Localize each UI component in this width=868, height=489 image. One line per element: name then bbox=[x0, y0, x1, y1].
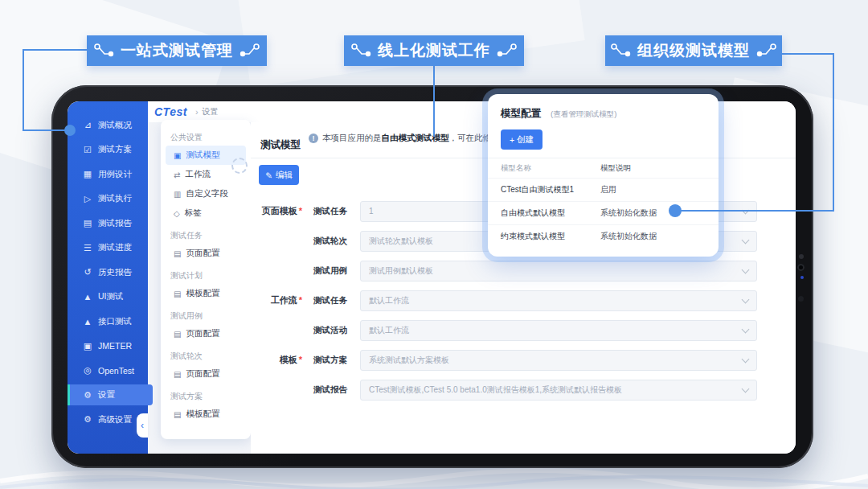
sidebar-item[interactable]: ↺ 历史报告 bbox=[68, 262, 148, 283]
form-row: * 测试报告 CTest测试模板,CTest 5.0 beta1.0测试报告模板… bbox=[256, 375, 786, 405]
settings-nav-item[interactable]: ▥ 自定义字段 bbox=[166, 184, 246, 203]
case-design-icon: ▦ bbox=[82, 169, 93, 179]
sidebar-item[interactable]: ▷ 测试执行 bbox=[68, 188, 148, 209]
form-group-label: 工作流* bbox=[256, 294, 313, 306]
sidebar-item[interactable]: ▣ JMETER bbox=[68, 335, 148, 356]
table-body: CTest自由测试模型1 启用 自由模式默认模型 系统初始化数据 约束模式默认模… bbox=[488, 178, 719, 248]
settings-nav-item[interactable]: ▤ 页面配置 bbox=[166, 324, 246, 343]
settings-nav-item[interactable]: ▤ 页面配置 bbox=[166, 244, 246, 263]
sidebar-item[interactable]: ◎ OpenTest bbox=[68, 360, 148, 381]
nav-section-title: 测试用例 bbox=[170, 310, 251, 323]
form-select[interactable]: 测试用例默认模板 bbox=[360, 261, 757, 281]
chart-trend-icon: ⊿ bbox=[82, 120, 93, 130]
popup-subtitle: (查看管理测试模型) bbox=[551, 109, 616, 120]
info-icon: ! bbox=[309, 134, 318, 143]
form-select[interactable]: 默认工作流 bbox=[360, 290, 757, 311]
sidebar-item[interactable]: ▦ 用例设计 bbox=[68, 164, 148, 185]
progress-lines-icon: ☰ bbox=[82, 243, 93, 253]
chevron-down-icon bbox=[742, 355, 750, 363]
breadcrumb: 设置 bbox=[203, 106, 219, 117]
tablet-sensor-dot bbox=[800, 276, 804, 279]
sidebar-item[interactable]: ▲ UI测试 bbox=[68, 286, 148, 307]
settings-nav-item[interactable]: ▤ 模板配置 bbox=[166, 284, 246, 303]
nav-section-title: 测试方案 bbox=[170, 390, 251, 403]
page-doc-icon: ▤ bbox=[174, 249, 181, 258]
sidebar-item[interactable]: ▤ 测试报告 bbox=[68, 213, 148, 234]
sidebar-item[interactable]: ☰ 测试进度 bbox=[68, 237, 148, 258]
column-header-model-name: 模型名称 bbox=[488, 163, 600, 174]
breadcrumb-separator: › bbox=[195, 107, 199, 117]
sidebar-item[interactable]: ▲ 接口测试 bbox=[68, 311, 148, 332]
circuit-deco-icon bbox=[610, 42, 634, 60]
form-field-label: 测试任务 bbox=[313, 206, 360, 217]
create-button[interactable]: + 创建 bbox=[501, 129, 542, 150]
table-header: 模型名称 模型说明 bbox=[488, 158, 719, 178]
form-group-label: 模板* bbox=[256, 354, 313, 366]
model-table-row[interactable]: CTest自由测试模型1 启用 bbox=[488, 178, 719, 201]
gear-advanced-icon: ⚙ bbox=[82, 414, 93, 425]
chevron-down-icon bbox=[742, 295, 750, 303]
play-doc-icon: ▷ bbox=[82, 194, 93, 204]
circuit-deco-icon bbox=[93, 42, 117, 60]
tag-icon: ◇ bbox=[174, 209, 180, 218]
form-field-label: 测试用例 bbox=[313, 265, 360, 277]
model-note-cell: 启用 bbox=[600, 184, 719, 195]
model-config-popup: 模型配置 (查看管理测试模型) + 创建 模型名称 模型说明 CTest自由测试… bbox=[488, 94, 719, 257]
callout-one-stop-management: 一站式测试管理 bbox=[87, 35, 267, 66]
edit-button[interactable]: ✎ 编辑 bbox=[259, 165, 299, 185]
page-title: 测试模型 bbox=[260, 138, 301, 152]
chevron-down-icon bbox=[742, 236, 750, 244]
form-row: 工作流* 测试任务 默认工作流 bbox=[256, 286, 786, 315]
sidebar-item[interactable]: ⚙ 设置 bbox=[68, 384, 153, 405]
form-field-label: 测试报告 bbox=[313, 384, 360, 396]
form-field-label: 测试轮次 bbox=[313, 236, 360, 247]
form-field-label: 测试方案 bbox=[313, 355, 360, 366]
model-table-row[interactable]: 约束模式默认模型 系统初始化数据 bbox=[488, 224, 719, 248]
chevron-down-icon bbox=[742, 384, 750, 392]
form-select[interactable]: 默认工作流 bbox=[360, 320, 757, 341]
settings-nav-item[interactable]: ▤ 模板配置 bbox=[166, 405, 246, 424]
sidebar-collapse-button[interactable]: ‹ bbox=[137, 413, 148, 438]
plus-icon: + bbox=[510, 135, 514, 145]
form-select[interactable]: CTest测试模板,CTest 5.0 beta1.0测试报告模板1,系统测试默… bbox=[360, 380, 757, 401]
connector-line bbox=[833, 53, 834, 212]
form-row: 模板* 测试方案 系统测试默认方案模板 bbox=[256, 345, 786, 375]
loading-spinner-icon bbox=[231, 158, 248, 174]
nav-section-title: 测试计划 bbox=[170, 269, 251, 282]
chevron-down-icon bbox=[742, 325, 750, 333]
template-doc-icon: ▤ bbox=[174, 410, 181, 419]
circuit-deco-icon bbox=[753, 42, 777, 60]
chevron-left-icon: ‹ bbox=[141, 420, 144, 431]
sidebar-item[interactable]: ⚙ 高级设置 bbox=[68, 409, 148, 430]
callout-online-testing: 线上化测试工作 bbox=[344, 35, 524, 66]
column-header-model-note: 模型说明 bbox=[600, 163, 719, 174]
sidebar-item[interactable]: ☑ 测试方案 bbox=[68, 139, 148, 160]
model-name-cell: 约束模式默认模型 bbox=[488, 231, 600, 242]
form-group-label: 页面模板* bbox=[256, 205, 313, 217]
workflow-doc-icon: ⇄ bbox=[174, 171, 180, 179]
history-icon: ↺ bbox=[82, 267, 93, 277]
sidebar-item[interactable]: ⊿ 测试概况 bbox=[68, 115, 148, 136]
nav-section-title: 公共设置 bbox=[170, 131, 251, 144]
gear-icon: ⚙ bbox=[82, 390, 93, 401]
connector-dot bbox=[64, 125, 76, 136]
ctest-logo: CTest bbox=[154, 105, 187, 118]
connector-dot bbox=[669, 204, 682, 217]
circuit-deco-icon bbox=[493, 42, 518, 60]
connector-line bbox=[782, 53, 834, 55]
settings-nav-item[interactable]: ▤ 页面配置 bbox=[166, 364, 246, 384]
connector-line bbox=[23, 49, 24, 130]
popup-title: 模型配置 bbox=[501, 107, 541, 121]
connector-line bbox=[23, 49, 87, 51]
model-table-row[interactable]: 自由模式默认模型 系统初始化数据 bbox=[488, 201, 719, 224]
settings-nav-item[interactable]: ◇ 标签 bbox=[166, 203, 246, 223]
tablet-camera-dot bbox=[799, 254, 804, 259]
scene: CTest › 设置 ⊿ 测试概况 ☑ 测试方案 ▦ 用例设计 ▷ 测试执行 ▤… bbox=[0, 0, 868, 489]
nav-section-title: 测试任务 bbox=[170, 229, 251, 242]
sidebar: ⊿ 测试概况 ☑ 测试方案 ▦ 用例设计 ▷ 测试执行 ▤ 测试报告 ☰ 测试进… bbox=[68, 101, 148, 454]
form-select[interactable]: 系统测试默认方案模板 bbox=[360, 350, 757, 371]
template-doc-icon: ▤ bbox=[174, 290, 181, 298]
model-name-cell: 自由模式默认模型 bbox=[488, 208, 600, 219]
page-doc-icon: ▤ bbox=[174, 370, 181, 379]
field-doc-icon: ▥ bbox=[174, 190, 181, 199]
